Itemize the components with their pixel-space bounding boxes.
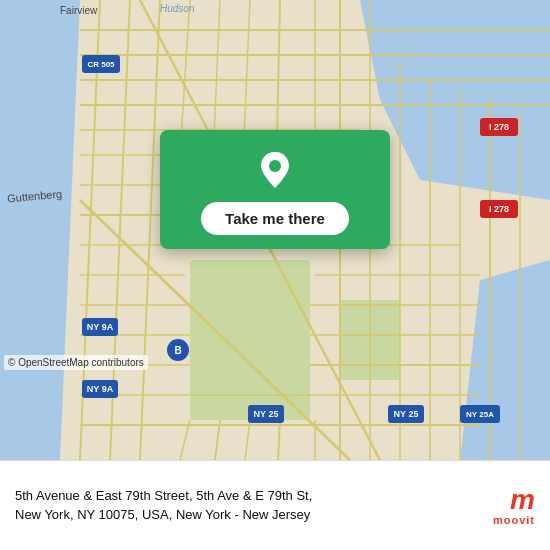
svg-text:NY 9A: NY 9A [87, 384, 114, 394]
svg-text:NY 25: NY 25 [254, 409, 279, 419]
svg-text:NY 25A: NY 25A [466, 410, 494, 419]
moovit-letter: m [510, 486, 535, 514]
svg-text:NY 9A: NY 9A [87, 322, 114, 332]
address-line2: New York, NY 10075, USA, New York - New … [15, 506, 481, 524]
map-container: NY 9A NY 9A CR 505 B I 278 I 278 NY 25 N… [0, 0, 550, 460]
svg-text:CR 505: CR 505 [87, 60, 115, 69]
map-pin-icon [253, 148, 297, 192]
svg-text:I 278: I 278 [489, 122, 509, 132]
svg-point-70 [269, 160, 281, 172]
svg-text:Fairview: Fairview [60, 5, 98, 16]
address-info: 5th Avenue & East 79th Street, 5th Ave &… [15, 487, 481, 523]
address-line1: 5th Avenue & East 79th Street, 5th Ave &… [15, 487, 481, 505]
map-attribution: © OpenStreetMap contributors [4, 355, 148, 370]
svg-rect-4 [190, 260, 310, 420]
svg-text:B: B [174, 345, 181, 356]
svg-text:Hudson: Hudson [160, 3, 195, 14]
svg-text:NY 25: NY 25 [394, 409, 419, 419]
navigation-button-overlay: Take me there [160, 130, 390, 249]
moovit-name: moovit [493, 514, 535, 526]
svg-text:I 278: I 278 [489, 204, 509, 214]
info-panel: 5th Avenue & East 79th Street, 5th Ave &… [0, 460, 550, 550]
moovit-logo: m moovit [493, 486, 535, 526]
take-me-there-button[interactable]: Take me there [201, 202, 349, 235]
